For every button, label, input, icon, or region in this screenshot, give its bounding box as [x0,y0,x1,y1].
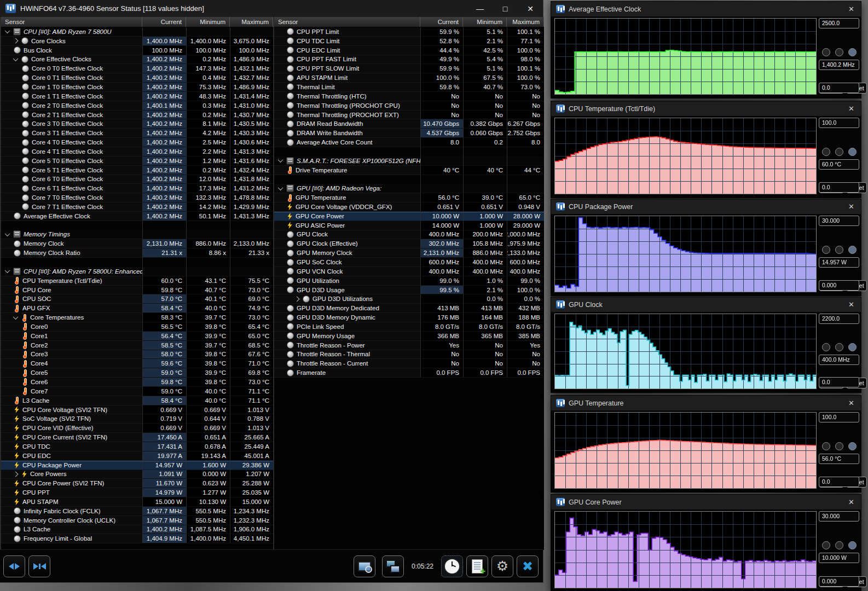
color-swatch[interactable] [835,343,843,351]
table-row[interactable]: CPU SOC57.0 °C40.1 °C69.0 °C [1,294,273,304]
graph-title-bar[interactable]: GPU Core Power✕ [551,495,861,509]
collapse-columns-button[interactable] [28,555,50,577]
table-row[interactable]: SoC Voltage (SVI2 TFN)0.719 V0.644 V0.78… [1,414,273,424]
scale-min-value[interactable]: 0.0 [819,83,859,93]
table-row[interactable]: GPU SoC Clock600.0 MHz400.0 MHz600.0 MHz [274,258,544,267]
table-row[interactable]: Core 5 T1 Effective Clock1,400.2 MHz0.2 … [1,166,273,175]
remote-sensors-button[interactable] [382,555,404,577]
table-row[interactable]: Thermal Throttling (PROCHOT EXT)NoNoNo [274,111,544,120]
table-row[interactable]: Core056.5 °C39.8 °C65.4 °C [1,322,273,332]
table-row[interactable]: L3 Cache1,400.2 MHz1,087.5 MHz1,906.0 MH… [1,525,273,535]
table-row[interactable]: CPU Core VID (Effective)0.669 V0.669 V1.… [1,424,273,433]
maximize-button[interactable]: □ [493,0,518,17]
table-row[interactable]: DRAM Read Bandwidth10.470 Gbps0.382 Gbps… [274,119,544,129]
graph-close-button[interactable]: ✕ [848,5,854,13]
graph-close-button[interactable]: ✕ [848,202,854,211]
color-swatch[interactable] [848,246,857,254]
table-row[interactable]: Bus Clock100.0 MHz100.0 MHz100.0 MHz [1,46,273,55]
graph-title-bar[interactable]: CPU Temperature (Tctl/Tdie)✕ [551,101,861,116]
table-row[interactable]: CPU Core59.8 °C40.7 °C73.0 °C [1,286,273,295]
color-swatch[interactable] [822,48,830,56]
table-row[interactable]: Core 5 T0 Effective Clock1,400.2 MHz1.2 … [1,157,273,166]
table-row[interactable]: CPU EDC Limit44.4 %42.5 %100.0 % [274,46,544,55]
table-row[interactable]: Memory Timings [1,230,273,240]
chevron-down-icon[interactable] [5,268,10,273]
table-row[interactable]: CPU TDC17.431 A0.678 A25.449 A [1,442,273,451]
color-swatch[interactable] [848,148,857,156]
color-swatch[interactable] [835,442,843,450]
table-row[interactable]: Thermal Throttling (PROCHOT CPU)NoNoNo [274,101,544,111]
table-row[interactable]: L3 Cache58.4 °C40.0 °C71.1 °C [1,396,273,405]
color-swatch[interactable] [822,442,830,450]
table-row[interactable]: CPU PPT Limit59.9 %5.1 %100.1 % [274,27,544,37]
table-row[interactable]: CPU Package Power14.957 W1.600 W29.386 W [1,461,273,470]
settings-button[interactable]: ⚙ [491,555,513,577]
scale-max-value[interactable]: 2200.0 [819,314,859,324]
color-swatch[interactable] [822,246,830,254]
graph-close-button[interactable]: ✕ [848,399,854,407]
table-row[interactable]: Throttle Reason - CurrentNoNoNo [274,359,544,368]
chevron-down-icon[interactable] [5,231,10,236]
color-swatch[interactable] [848,442,857,450]
table-row[interactable]: Thermal Limit59.8 %40.7 %73.0 % [274,83,544,92]
table-row[interactable]: Core 7 T1 Effective Clock1,400.2 MHz14.2… [1,202,273,212]
table-row[interactable]: Average Active Core Count8.00.28.0 [274,138,544,147]
chevron-right-icon[interactable] [294,296,300,302]
scale-min-value[interactable]: 0.000 [819,576,859,587]
table-row[interactable]: GPU Clock (Effective)302.0 MHz105.8 MHz1… [274,239,544,248]
table-row[interactable]: GPU Memory Clock2,131.0 MHz886.0 MHz2,13… [274,248,544,258]
table-row[interactable]: CPU Temperature (Tctl/Tdie)60.0 °C43.1 °… [1,276,273,286]
color-swatch[interactable] [822,541,830,549]
chevron-right-icon[interactable] [13,38,19,44]
scale-min-value[interactable]: 0.000 [819,280,859,291]
table-row[interactable]: Core156.4 °C39.9 °C65.0 °C [1,332,273,341]
color-swatch[interactable] [835,541,843,549]
table-row[interactable]: GPU Clock400.0 MHz200.0 MHz2,000.0 MHz [274,230,544,240]
graph-title-bar[interactable]: Average Effective Clock✕ [551,2,861,16]
scale-max-value[interactable]: 30.000 [819,511,859,522]
table-row[interactable]: Core358.0 °C39.8 °C67.6 °C [1,350,273,360]
scale-min-value[interactable]: 0.0 [819,182,859,193]
clock-button[interactable] [441,555,463,577]
table-row[interactable]: Drive Temperature40 °C40 °C44 °C [274,166,544,175]
table-row[interactable]: GPU Utilization99.0 %1.0 %99.0 % [274,276,544,286]
table-row[interactable]: CPU EDC19.977 A19.143 A45.001 A [1,451,273,461]
table-row[interactable]: CPU Core Current (SVI2 TFN)17.450 A0.651… [1,433,273,442]
graph-title-bar[interactable]: CPU Package Power✕ [551,199,861,214]
table-row[interactable]: Throttle Reason - ThermalNoNoNo [274,350,544,360]
table-row[interactable]: Core 0 T1 Effective Clock1,400.2 MHz0.4 … [1,73,273,83]
scale-min-value[interactable]: 0.0 [819,477,859,487]
table-row[interactable]: Core659.8 °C39.8 °C73.0 °C [1,378,273,387]
table-row[interactable]: Average Effective Clock1,400.2 MHz50.1 M… [1,212,273,221]
graph-title-bar[interactable]: GPU Clock✕ [551,297,861,312]
quit-button[interactable]: ✖ [517,555,539,577]
color-swatch[interactable] [822,148,830,156]
table-row[interactable]: Framerate0.0 FPS0.0 FPS0.0 FPS [274,368,544,378]
chevron-down-icon[interactable] [13,56,19,61]
table-row[interactable]: Core Effective Clocks1,400.2 MHz0.2 MHz1… [1,55,273,65]
table-row[interactable]: Frequency Limit - Global1,404.9 MHz1,400… [1,534,273,543]
scale-max-value[interactable]: 100.0 [819,118,859,128]
chevron-down-icon[interactable] [278,157,283,163]
table-row[interactable]: APU STAPM Limit100.0 %67.5 %100.0 % [274,73,544,83]
column-header-minimum[interactable]: Minimum [186,17,230,27]
table-row[interactable]: Core 4 T1 Effective Clock1,400.2 MHz2.2 … [1,147,273,157]
column-header-maximum[interactable]: Maximum [507,17,544,27]
table-row[interactable]: CPU Core Voltage (SVI2 TFN)0.669 V0.669 … [1,405,273,415]
table-row[interactable]: CPU PPT SLOW Limit59.9 %5.1 %100.1 % [274,64,544,73]
column-header-current[interactable]: Current [142,17,186,27]
table-row[interactable]: APU GFX58.4 °C40.0 °C74.9 °C [1,304,273,313]
column-header-sensor[interactable]: Sensor [274,17,420,27]
table-row[interactable]: APU STAPM15.000 W10.130 W15.000 W [1,497,273,507]
table-row[interactable]: PCIe Link Speed8.0 GT/s8.0 GT/s8.0 GT/s [274,322,544,332]
table-row[interactable]: DRAM Write Bandwidth4.537 Gbps0.060 Gbps… [274,129,544,138]
column-header-maximum[interactable]: Maximum [230,17,273,27]
table-row[interactable]: GPU [#0]: AMD Radeon Vega: [274,184,544,193]
table-row[interactable]: Memory Controller Clock (UCLK)1,067.7 MH… [1,516,273,525]
table-row[interactable]: Throttle Reason - PowerYesNoYes [274,341,544,350]
column-header-minimum[interactable]: Minimum [463,17,507,27]
graph-close-button[interactable]: ✕ [848,300,854,309]
chevron-right-icon[interactable] [13,471,19,477]
table-row[interactable]: GPU Core Voltage (VDDCR_GFX)0.651 V0.651… [274,202,544,212]
table-row[interactable]: Thermal Throttling (HTC)NoNoNo [274,92,544,101]
